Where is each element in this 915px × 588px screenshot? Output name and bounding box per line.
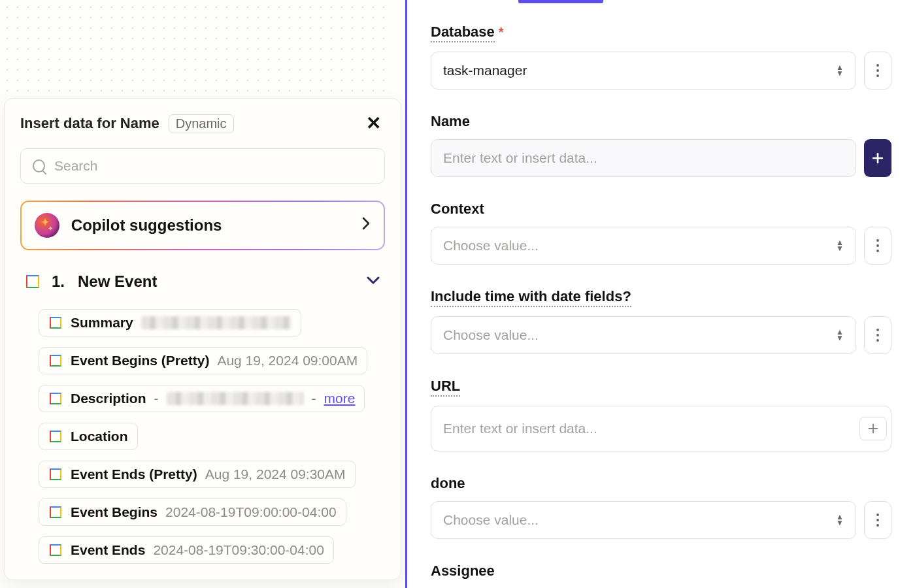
google-calendar-icon — [24, 273, 41, 290]
chip-event-begins[interactable]: Event Begins 2024-08-19T09:00:00-04:00 — [39, 498, 346, 526]
database-select[interactable]: task-manager ▲▼ — [431, 52, 856, 90]
chip-location[interactable]: Location — [39, 423, 138, 450]
search-input[interactable] — [54, 158, 373, 174]
select-value: task-manager — [443, 63, 527, 78]
field-label: done — [431, 475, 465, 492]
field-database: Database* task-manager ▲▼ — [431, 24, 891, 90]
chevron-down-icon — [365, 275, 381, 288]
chevron-right-icon — [361, 216, 371, 235]
field-label: Database — [431, 24, 495, 42]
source-title: New Event — [78, 272, 157, 290]
field-assignee: Assignee Choose value... ▲▼ — [431, 563, 891, 588]
insert-data-button[interactable] — [864, 139, 891, 177]
field-label: Assignee — [431, 563, 495, 580]
chip-summary[interactable]: Summary — [39, 309, 301, 336]
field-label: Context — [431, 201, 484, 218]
field-label: URL — [431, 378, 460, 397]
updown-icon: ▲▼ — [836, 240, 844, 252]
field-menu-button[interactable] — [864, 227, 891, 265]
google-calendar-icon — [48, 391, 63, 406]
updown-icon: ▲▼ — [836, 329, 844, 341]
placeholder-text: Choose value... — [443, 512, 539, 528]
chip-label: Summary — [71, 315, 133, 331]
google-calendar-icon — [48, 353, 63, 368]
field-label: Name — [431, 113, 470, 130]
plus-icon — [867, 423, 879, 434]
updown-icon: ▲▼ — [836, 514, 844, 526]
field-context: Context Choose value... ▲▼ — [431, 201, 891, 265]
field-name: Name Enter text or insert data... — [431, 113, 891, 177]
chip-label: Event Begins (Pretty) — [71, 353, 209, 368]
google-calendar-icon — [48, 505, 63, 519]
required-marker: * — [499, 25, 504, 39]
sparkle-icon — [35, 213, 59, 238]
active-tab-indicator — [518, 0, 603, 3]
source-new-event-header[interactable]: 1. New Event — [20, 269, 385, 296]
done-select[interactable]: Choose value... ▲▼ — [431, 501, 856, 539]
placeholder-text: Enter text or insert data... — [443, 421, 597, 436]
field-label: Include time with date fields? — [431, 288, 631, 307]
more-link[interactable]: more — [324, 391, 356, 406]
copilot-suggestions-row[interactable]: Copilot suggestions — [22, 202, 384, 249]
insert-data-button[interactable] — [859, 417, 887, 440]
field-done: done Choose value... ▲▼ — [431, 475, 891, 539]
chip-value: 2024-08-19T09:30:00-04:00 — [153, 542, 324, 558]
close-button[interactable]: ✕ — [362, 113, 385, 134]
search-input-wrapper[interactable] — [20, 148, 385, 184]
chip-value: Aug 19, 2024 09:30AM — [205, 466, 346, 482]
chip-event-begins-pretty[interactable]: Event Begins (Pretty) Aug 19, 2024 09:00… — [39, 347, 367, 374]
insert-data-popover: Insert data for Name Dynamic ✕ Copilot s… — [4, 98, 401, 580]
redacted-value — [141, 316, 291, 329]
field-include-time: Include time with date fields? Choose va… — [431, 288, 891, 354]
field-menu-button[interactable] — [864, 501, 891, 539]
field-menu-button[interactable] — [864, 52, 891, 90]
chip-event-ends-pretty[interactable]: Event Ends (Pretty) Aug 19, 2024 09:30AM — [39, 461, 356, 488]
google-calendar-icon — [48, 467, 63, 482]
search-icon — [33, 159, 45, 172]
field-menu-button[interactable] — [864, 316, 891, 354]
kebab-icon — [876, 329, 879, 342]
config-form: Database* task-manager ▲▼ Name Enter tex… — [405, 0, 915, 588]
placeholder-text: Choose value... — [443, 327, 539, 343]
chip-value: 2024-08-19T09:00:00-04:00 — [165, 504, 337, 520]
kebab-icon — [876, 64, 879, 77]
url-input[interactable]: Enter text or insert data... — [431, 406, 891, 451]
placeholder-text: Enter text or insert data... — [443, 150, 597, 166]
chip-label: Description — [71, 391, 146, 406]
google-calendar-icon — [48, 429, 63, 444]
redacted-value — [167, 392, 304, 405]
chip-prefix: - — [154, 391, 159, 406]
updown-icon: ▲▼ — [836, 65, 844, 76]
chip-label: Location — [71, 429, 128, 444]
plus-icon — [871, 152, 884, 165]
chip-label: Event Begins — [71, 504, 158, 520]
field-url: URL Enter text or insert data... — [431, 378, 891, 451]
copilot-label: Copilot suggestions — [71, 216, 222, 235]
placeholder-text: Choose value... — [443, 238, 539, 253]
kebab-icon — [876, 514, 879, 527]
source-index: 1. — [52, 272, 65, 290]
google-calendar-icon — [48, 316, 63, 330]
popover-title: Insert data for Name — [20, 115, 159, 132]
chip-value: Aug 19, 2024 09:00AM — [217, 353, 358, 368]
kebab-icon — [876, 239, 879, 252]
chip-description[interactable]: Description - - more — [39, 385, 365, 412]
google-calendar-icon — [48, 543, 63, 557]
chip-label: Event Ends (Pretty) — [71, 466, 197, 482]
include-time-select[interactable]: Choose value... ▲▼ — [431, 316, 856, 354]
name-input[interactable]: Enter text or insert data... — [431, 139, 856, 177]
chip-label: Event Ends — [71, 542, 145, 558]
chip-event-ends[interactable]: Event Ends 2024-08-19T09:30:00-04:00 — [39, 536, 334, 564]
field-chips-list: Summary Event Begins (Pretty) Aug 19, 20… — [20, 309, 385, 564]
context-select[interactable]: Choose value... ▲▼ — [431, 227, 856, 265]
dynamic-badge: Dynamic — [169, 114, 234, 133]
